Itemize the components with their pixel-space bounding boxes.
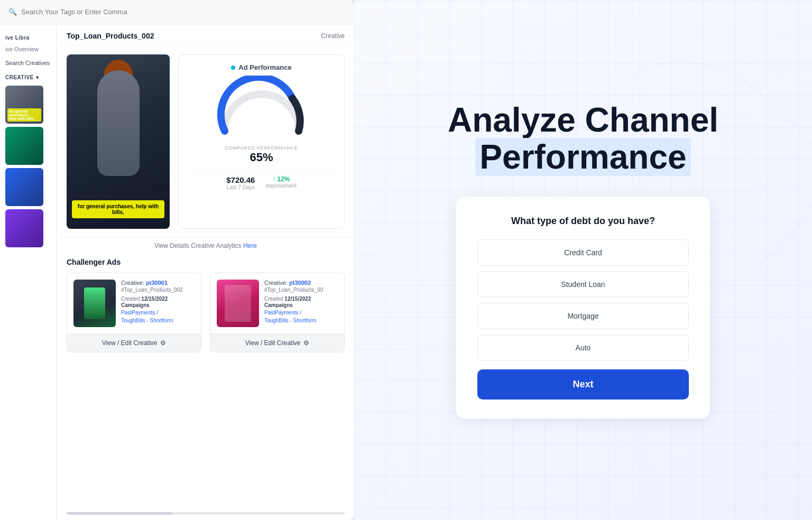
quiz-option-student-loan[interactable]: Student Loan <box>477 271 689 298</box>
challenger-thumb-2 <box>217 280 259 327</box>
sidebar-thumb-3[interactable] <box>5 168 43 206</box>
sidebar-nav-overview[interactable]: ive Overview <box>0 43 57 55</box>
challenger-info-2: Creative: pt30002 #Top_Loan_Products_00 … <box>264 280 338 327</box>
creative-label-2: Creative: pt30002 <box>264 280 338 286</box>
perf-stats: $720.46 Last 7 Days ↑ 12% Improvement <box>187 170 336 190</box>
improvement-stat: ↑ 12% Improvement <box>265 175 296 190</box>
sidebar-thumb-1[interactable]: for general purchases,help with bills, <box>5 86 43 124</box>
right-panel: Analyze Channel Performance What type of… <box>354 0 812 520</box>
improvement-value: ↑ 12% <box>265 175 296 183</box>
view-details-link[interactable]: View Details Creative Analytics Here <box>57 237 354 254</box>
ad-perf-dot <box>231 66 235 70</box>
creative-id-2[interactable]: pt30002 <box>289 280 311 286</box>
chevron-down-icon: ▾ <box>36 75 39 80</box>
quiz-option-auto[interactable]: Auto <box>477 335 689 361</box>
ad-performance-card: Ad Performance COMPARED PERFORMANCE <box>178 54 345 229</box>
hero-video[interactable]: for general purchases, help with bills, <box>67 54 170 229</box>
gauge-value: 65% <box>225 151 298 164</box>
search-icon: 🔍 <box>8 8 17 16</box>
quiz-option-credit-card[interactable]: Credit Card <box>477 239 689 266</box>
campaign-links-1[interactable]: PastPayments /ToughBills - Shortform <box>121 309 195 324</box>
creative-id-1[interactable]: pt30001 <box>146 280 168 286</box>
ad-performance-title: Ad Performance <box>231 63 291 71</box>
campaigns-label-1: Campaigns <box>121 302 195 308</box>
creative-label-1: Creative: pt30001 <box>121 280 195 286</box>
video-caption: for general purchases, help with bills, <box>72 200 164 218</box>
view-edit-btn-2[interactable]: View / Edit Creative ⚙ <box>210 333 344 352</box>
gauge-svg <box>214 76 309 139</box>
gear-icon-1: ⚙ <box>160 339 166 347</box>
analyze-heading: Analyze Channel Performance <box>448 101 718 176</box>
performance-highlight: Performance <box>475 138 690 176</box>
campaign-links-2[interactable]: PastPayments /ToughBills - Shortform <box>264 309 338 324</box>
sidebar: ive Libra ive Overview Search Creatives … <box>0 24 57 520</box>
challenger-card-1-inner: Creative: pt30001 #Top_Loan_Products_002… <box>67 273 201 333</box>
revenue-value: $720.46 <box>226 175 255 184</box>
revenue-stat: $720.46 Last 7 Days <box>226 175 255 190</box>
challenger-card-2: Creative: pt30002 #Top_Loan_Products_00 … <box>210 273 345 352</box>
quiz-next-button[interactable]: Next <box>477 369 689 400</box>
created-date-2: Created 12/15/2022 <box>264 296 338 302</box>
scroll-thumb[interactable] <box>67 512 172 515</box>
challenger-tag-1: #Top_Loan_Products_002 <box>121 287 195 293</box>
view-edit-btn-1[interactable]: View / Edit Creative ⚙ <box>67 333 201 352</box>
hero-section: for general purchases, help with bills, … <box>57 46 354 237</box>
challenger-thumb-1 <box>73 280 116 327</box>
challenger-section: Challenger Ads Creative: pt30001 <box>57 254 354 361</box>
window-header: Top_Loan_Products_002 Creative <box>57 24 354 46</box>
left-panel: 🔍 ive Libra ive Overview Search Creative… <box>0 0 354 520</box>
challenger-title: Challenger Ads <box>67 258 345 266</box>
sidebar-creative-section: CREATIVE ▾ <box>0 70 57 82</box>
sidebar-thumbnails: for general purchases,help with bills, <box>0 82 57 250</box>
challenger-card-1: Creative: pt30001 #Top_Loan_Products_002… <box>67 273 201 352</box>
sidebar-thumb-2[interactable] <box>5 127 43 165</box>
window-title: Top_Loan_Products_002 <box>67 32 154 40</box>
window-badge: Creative <box>321 32 345 40</box>
revenue-label: Last 7 Days <box>226 184 255 190</box>
challenger-card-2-inner: Creative: pt30002 #Top_Loan_Products_00 … <box>210 273 344 333</box>
sidebar-search-creatives[interactable]: Search Creatives <box>0 55 57 70</box>
quiz-option-mortgage[interactable]: Mortgage <box>477 303 689 329</box>
challenger-info-1: Creative: pt30001 #Top_Loan_Products_002… <box>121 280 195 327</box>
campaigns-label-2: Campaigns <box>264 302 338 308</box>
gear-icon-2: ⚙ <box>303 339 309 347</box>
challenger-grid: Creative: pt30001 #Top_Loan_Products_002… <box>67 273 345 352</box>
search-bar: 🔍 <box>0 0 354 24</box>
main-content: Top_Loan_Products_002 Creative for gener… <box>57 24 354 520</box>
compared-performance-label: COMPARED PERFORMANCE <box>225 145 298 151</box>
scroll-track[interactable] <box>67 512 345 515</box>
sidebar-thumb-4[interactable] <box>5 209 43 247</box>
sidebar-section-label: ive Libra <box>0 31 57 43</box>
global-search-input[interactable] <box>21 8 127 16</box>
challenger-tag-2: #Top_Loan_Products_00 <box>264 287 338 293</box>
gauge-labels: COMPARED PERFORMANCE 65% <box>225 145 298 164</box>
improvement-label: Improvement <box>265 183 296 189</box>
person-silhouette <box>97 70 140 176</box>
created-date-1: Created 12/15/2022 <box>121 296 195 302</box>
gauge-chart <box>214 76 309 139</box>
quiz-question: What type of debt do you have? <box>477 216 689 227</box>
quiz-card: What type of debt do you have? Credit Ca… <box>456 197 710 419</box>
